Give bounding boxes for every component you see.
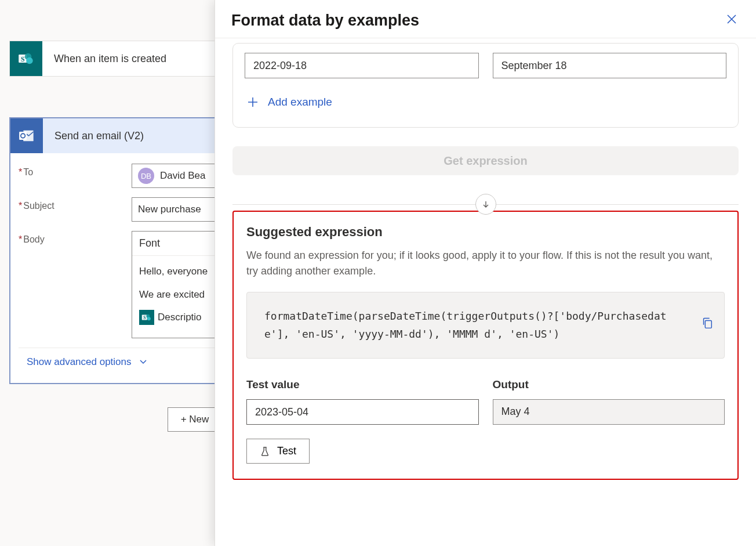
expression-code: formatDateTime(parseDateTime(triggerOutp… [246, 292, 725, 359]
svg-text:S: S [143, 315, 146, 320]
action-title: Send an email (V2) [43, 130, 144, 142]
person-name: David Bea [160, 170, 205, 182]
add-example-button[interactable]: Add example [245, 91, 335, 113]
svg-rect-11 [705, 320, 711, 328]
suggested-expression-card: Suggested expression We found an express… [232, 211, 739, 480]
panel-title: Format data by examples [231, 12, 419, 30]
arrow-down-badge[interactable] [475, 194, 496, 215]
svg-point-10 [147, 317, 151, 320]
copy-icon [701, 316, 714, 329]
sharepoint-icon-box: S [10, 41, 42, 76]
trigger-title: When an item is created [42, 53, 166, 65]
outlook-icon [19, 128, 35, 144]
to-label: *To [19, 164, 132, 178]
example-input-value[interactable]: 2022-09-18 [245, 53, 479, 78]
format-data-panel: Format data by examples 2022-09-18 Septe… [215, 0, 756, 546]
dynamic-token-description[interactable]: S Descriptio [139, 310, 202, 325]
subject-label: *Subject [19, 197, 132, 211]
plus-icon [247, 96, 259, 108]
expression-text: formatDateTime(parseDateTime(triggerOutp… [264, 310, 667, 340]
copy-button[interactable] [701, 316, 714, 335]
arrow-down-icon [481, 200, 490, 209]
example-output-value[interactable]: September 18 [493, 53, 727, 78]
svg-text:S: S [21, 56, 24, 63]
test-value-label: Test value [246, 378, 479, 391]
test-value-input[interactable] [246, 399, 479, 425]
examples-card: 2022-09-18 September 18 Add example [232, 43, 739, 128]
svg-point-3 [26, 57, 33, 64]
get-expression-button[interactable]: Get expression [232, 146, 739, 175]
sharepoint-icon: S [18, 50, 34, 67]
outlook-icon-box [10, 118, 43, 153]
person-avatar: DB [138, 168, 154, 184]
output-label: Output [493, 378, 725, 391]
close-button[interactable] [726, 13, 737, 28]
test-button[interactable]: Test [246, 439, 310, 464]
body-label: *Body [19, 231, 132, 245]
chevron-down-icon [139, 357, 148, 367]
beaker-icon [260, 446, 270, 457]
sharepoint-icon: S [141, 312, 152, 323]
separator [232, 194, 739, 194]
output-value: May 4 [493, 399, 725, 425]
show-advanced-options[interactable]: Show advanced options [27, 356, 148, 368]
suggested-description: We found an expression for you; if it lo… [246, 248, 725, 279]
suggested-heading: Suggested expression [246, 225, 725, 240]
close-icon [726, 13, 737, 25]
